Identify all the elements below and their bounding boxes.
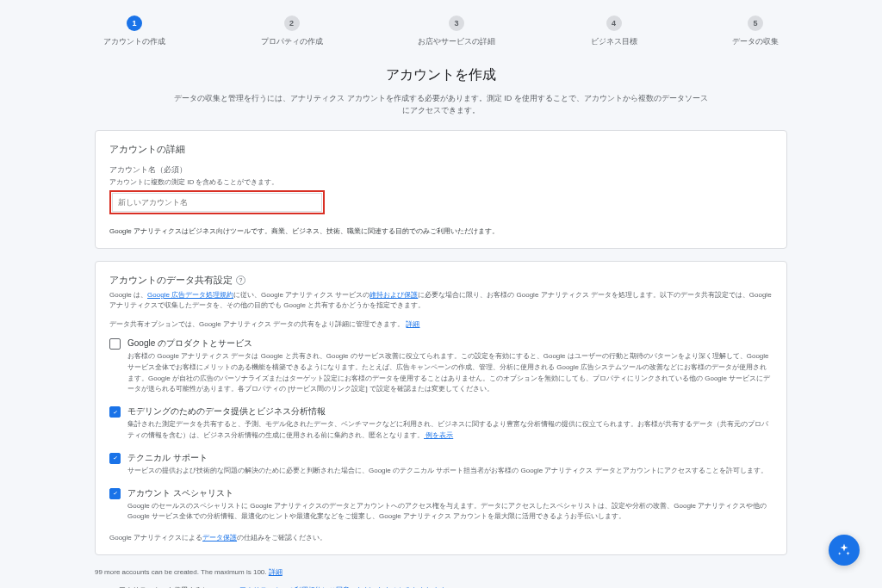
options-list: Google のプロダクトとサービスお客様の Google アナリティクス デー… [109, 337, 773, 523]
share-option-2: テクニカル サポートサービスの提供および技術的な問題の解決のために必要と判断され… [109, 452, 773, 477]
step-5[interactable]: 5データの収集 [732, 15, 779, 47]
page-subtitle: データの収集と管理を行うには、アナリティクス アカウントを作成する必要があります… [174, 93, 708, 116]
checkbox[interactable] [109, 338, 121, 350]
option-title: テクニカル サポート [127, 452, 773, 464]
check-icon [112, 409, 119, 416]
step-label: ビジネス目標 [591, 36, 637, 47]
option-title: アカウント スペシャリスト [127, 487, 773, 499]
detail-link[interactable]: 詳細 [406, 320, 419, 328]
step-circle: 4 [606, 15, 622, 31]
business-note: Google アナリティクスはビジネス向けツールです。商業、ビジネス、技術、職業… [109, 226, 773, 236]
check-icon [112, 455, 119, 461]
step-circle: 5 [748, 15, 763, 31]
data-sharing-card: アカウントのデータ共有設定 ? Google は、Google 広告データ処理規… [95, 261, 787, 555]
step-1[interactable]: 1アカウントの作成 [103, 15, 165, 47]
step-label: プロパティの作成 [261, 36, 323, 47]
step-4[interactable]: 4ビジネス目標 [591, 15, 637, 47]
accounts-remaining: 99 more accounts can be created. The max… [95, 567, 787, 577]
option-title: Google のプロダクトとサービス [127, 337, 773, 350]
step-circle: 3 [449, 15, 464, 31]
example-link[interactable]: 例を表示 [424, 431, 453, 439]
sharing-desc: Google は、Google 広告データ処理規約に従い、Google アナリテ… [109, 290, 773, 311]
checkbox[interactable] [109, 488, 121, 499]
checkbox[interactable] [109, 406, 121, 418]
data-protection-link[interactable]: データ保護 [202, 534, 237, 542]
step-label: データの収集 [732, 36, 779, 47]
sparkle-icon [836, 542, 852, 558]
account-name-input[interactable] [112, 193, 322, 212]
account-details-card: アカウントの詳細 アカウント名（必須） アカウントに複数の測定 ID を含めるこ… [95, 130, 787, 249]
step-2[interactable]: 2プロパティの作成 [261, 15, 323, 47]
card-title: アカウントの詳細 [109, 143, 773, 156]
sharing-heading: アカウントのデータ共有設定 ? [109, 274, 773, 287]
sharing-heading-text: アカウントのデータ共有設定 [109, 274, 233, 287]
sharing-subdesc: データ共有オプションでは、Google アナリティクス データの共有をより詳細に… [109, 319, 773, 329]
option-title: モデリングのためのデータ提供とビジネス分析情報 [127, 405, 773, 418]
option-desc: お客様の Google アナリティクス データは Google と共有され、Go… [127, 351, 773, 395]
accounts-detail-link[interactable]: 詳細 [269, 568, 283, 576]
option-desc: Google のセールスのスペシャリストに Google アナリティクスのデータ… [127, 501, 773, 523]
share-option-3: アカウント スペシャリストGoogle のセールスのスペシャリストに Googl… [109, 487, 773, 523]
data-protection-note: Google アナリティクスによるデータ保護の仕組みをご確認ください。 [109, 533, 773, 542]
step-label: お店やサービスの詳細 [418, 36, 495, 47]
share-option-1: モデリングのためのデータ提供とビジネス分析情報集計された測定データを共有すると、… [109, 405, 773, 442]
option-desc: サービスの提供および技術的な問題の解決のために必要と判断された場合に、Googl… [127, 466, 773, 477]
page-title: アカウントを作成 [95, 66, 787, 84]
protect-link[interactable]: 維持および保護 [370, 291, 418, 299]
share-option-0: Google のプロダクトとサービスお客様の Google アナリティクス デー… [109, 337, 773, 395]
account-name-hint: アカウントに複数の測定 ID を含めることができます。 [109, 177, 773, 187]
step-circle: 1 [127, 15, 142, 31]
highlight-box [109, 190, 325, 214]
check-icon [112, 490, 119, 497]
step-label: アカウントの作成 [103, 36, 165, 47]
checkbox[interactable] [109, 453, 121, 464]
help-fab[interactable] [829, 535, 860, 566]
ads-terms-link[interactable]: Google 広告データ処理規約 [147, 291, 233, 299]
stepper: 1アカウントの作成2プロパティの作成3お店やサービスの詳細4ビジネス目標5データ… [95, 15, 787, 47]
account-name-label: アカウント名（必須） [109, 164, 773, 176]
help-icon[interactable]: ? [236, 275, 245, 285]
step-circle: 2 [284, 15, 300, 31]
option-desc: 集計された測定データを共有すると、予測、モデル化されたデータ、ベンチマークなどに… [127, 419, 773, 442]
step-3[interactable]: 3お店やサービスの詳細 [418, 15, 495, 47]
